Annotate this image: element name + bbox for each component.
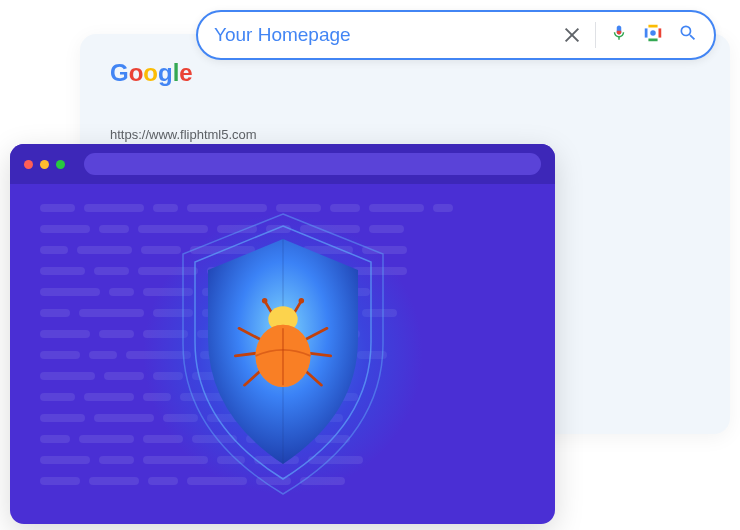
- browser-body: [10, 184, 555, 524]
- search-icon[interactable]: [678, 23, 698, 47]
- svg-point-3: [261, 298, 267, 304]
- search-input[interactable]: Your Homepage: [214, 24, 563, 46]
- search-bar[interactable]: Your Homepage: [196, 10, 716, 60]
- shield-graphic: [153, 204, 413, 504]
- window-maximize-icon[interactable]: [56, 160, 65, 169]
- divider: [595, 22, 596, 48]
- camera-icon[interactable]: [642, 22, 664, 48]
- search-icons-group: [563, 22, 698, 48]
- browser-title-bar: [10, 144, 555, 184]
- address-bar[interactable]: [84, 153, 541, 175]
- window-minimize-icon[interactable]: [40, 160, 49, 169]
- result-url: https://www.fliphtml5.com: [110, 127, 700, 142]
- close-icon[interactable]: [563, 26, 581, 44]
- bug-icon: [228, 294, 338, 404]
- mic-icon[interactable]: [610, 22, 628, 48]
- browser-window: [10, 144, 555, 524]
- svg-point-0: [650, 30, 656, 36]
- svg-point-4: [298, 298, 304, 304]
- google-logo: Google: [110, 59, 700, 87]
- window-close-icon[interactable]: [24, 160, 33, 169]
